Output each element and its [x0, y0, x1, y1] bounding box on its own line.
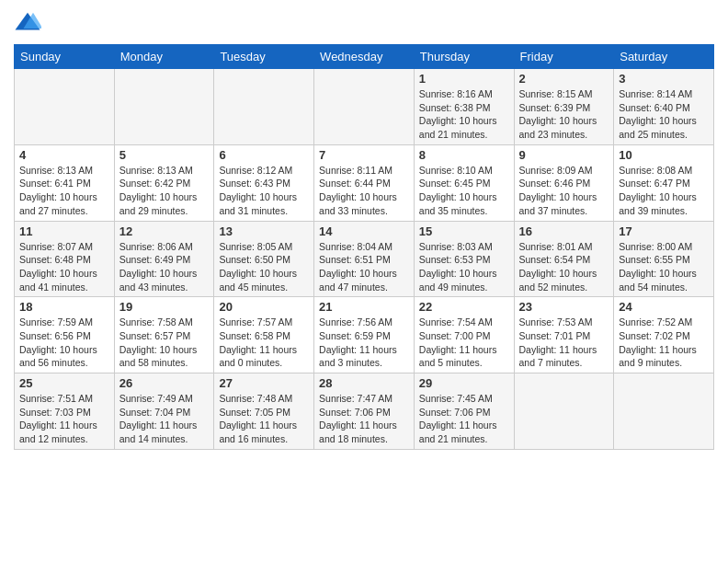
calendar-cell: [15, 69, 115, 145]
weekday-header: Wednesday: [314, 45, 415, 69]
calendar-cell: 8Sunrise: 8:10 AM Sunset: 6:45 PM Daylig…: [414, 144, 514, 221]
day-number: 27: [219, 376, 309, 390]
calendar-cell: 29Sunrise: 7:45 AM Sunset: 7:06 PM Dayli…: [414, 373, 514, 450]
calendar-cell: 9Sunrise: 8:09 AM Sunset: 6:46 PM Daylig…: [514, 144, 614, 221]
day-number: 10: [619, 148, 709, 162]
day-info: Sunrise: 8:10 AM Sunset: 6:45 PM Dayligh…: [419, 164, 509, 218]
day-number: 3: [619, 72, 709, 86]
day-info: Sunrise: 8:04 AM Sunset: 6:51 PM Dayligh…: [319, 240, 409, 294]
calendar-cell: 19Sunrise: 7:58 AM Sunset: 6:57 PM Dayli…: [114, 297, 214, 373]
calendar-cell: 25Sunrise: 7:51 AM Sunset: 7:03 PM Dayli…: [15, 373, 115, 450]
weekday-header-row: SundayMondayTuesdayWednesdayThursdayFrid…: [15, 45, 714, 69]
day-number: 28: [319, 376, 409, 390]
calendar-week-row: 11Sunrise: 8:07 AM Sunset: 6:48 PM Dayli…: [15, 221, 714, 297]
day-number: 26: [119, 376, 210, 390]
day-info: Sunrise: 8:05 AM Sunset: 6:50 PM Dayligh…: [219, 240, 309, 294]
calendar-cell: 3Sunrise: 8:14 AM Sunset: 6:40 PM Daylig…: [614, 69, 714, 145]
day-info: Sunrise: 8:06 AM Sunset: 6:49 PM Dayligh…: [119, 240, 210, 294]
calendar-cell: 1Sunrise: 8:16 AM Sunset: 6:38 PM Daylig…: [414, 69, 514, 145]
day-number: 8: [419, 148, 509, 162]
day-info: Sunrise: 7:47 AM Sunset: 7:06 PM Dayligh…: [319, 392, 409, 446]
weekday-header: Friday: [514, 45, 614, 69]
calendar-cell: 10Sunrise: 8:08 AM Sunset: 6:47 PM Dayli…: [614, 144, 714, 221]
calendar-cell: 5Sunrise: 8:13 AM Sunset: 6:42 PM Daylig…: [114, 144, 214, 221]
calendar-cell: 21Sunrise: 7:56 AM Sunset: 6:59 PM Dayli…: [314, 297, 415, 373]
day-number: 20: [219, 300, 309, 314]
calendar-week-row: 18Sunrise: 7:59 AM Sunset: 6:56 PM Dayli…: [15, 297, 714, 373]
calendar-week-row: 4Sunrise: 8:13 AM Sunset: 6:41 PM Daylig…: [15, 144, 714, 221]
day-number: 2: [519, 72, 609, 86]
day-info: Sunrise: 8:09 AM Sunset: 6:46 PM Dayligh…: [519, 164, 609, 218]
day-number: 24: [619, 300, 709, 314]
calendar-cell: 18Sunrise: 7:59 AM Sunset: 6:56 PM Dayli…: [15, 297, 115, 373]
calendar-cell: 23Sunrise: 7:53 AM Sunset: 7:01 PM Dayli…: [514, 297, 614, 373]
day-number: 29: [419, 376, 509, 390]
day-number: 16: [519, 224, 609, 238]
weekday-header: Sunday: [15, 45, 115, 69]
calendar-week-row: 1Sunrise: 8:16 AM Sunset: 6:38 PM Daylig…: [15, 69, 714, 145]
day-info: Sunrise: 7:58 AM Sunset: 6:57 PM Dayligh…: [119, 316, 210, 370]
calendar-cell: 26Sunrise: 7:49 AM Sunset: 7:04 PM Dayli…: [114, 373, 214, 450]
weekday-header: Tuesday: [214, 45, 314, 69]
calendar-cell: 13Sunrise: 8:05 AM Sunset: 6:50 PM Dayli…: [214, 221, 314, 297]
calendar-cell: 22Sunrise: 7:54 AM Sunset: 7:00 PM Dayli…: [414, 297, 514, 373]
day-number: 15: [419, 224, 509, 238]
day-info: Sunrise: 8:13 AM Sunset: 6:42 PM Dayligh…: [119, 164, 210, 218]
day-number: 6: [219, 148, 309, 162]
calendar-cell: [614, 373, 714, 450]
day-number: 9: [519, 148, 609, 162]
calendar-cell: 15Sunrise: 8:03 AM Sunset: 6:53 PM Dayli…: [414, 221, 514, 297]
calendar-cell: 28Sunrise: 7:47 AM Sunset: 7:06 PM Dayli…: [314, 373, 415, 450]
day-info: Sunrise: 8:16 AM Sunset: 6:38 PM Dayligh…: [419, 87, 509, 142]
calendar-cell: 20Sunrise: 7:57 AM Sunset: 6:58 PM Dayli…: [214, 297, 314, 373]
day-number: 14: [319, 224, 409, 238]
day-number: 25: [19, 376, 109, 390]
calendar-cell: 4Sunrise: 8:13 AM Sunset: 6:41 PM Daylig…: [15, 144, 115, 221]
day-info: Sunrise: 8:03 AM Sunset: 6:53 PM Dayligh…: [419, 240, 509, 294]
day-number: 5: [119, 148, 210, 162]
day-number: 17: [619, 224, 709, 238]
day-info: Sunrise: 7:57 AM Sunset: 6:58 PM Dayligh…: [219, 316, 309, 370]
day-number: 11: [19, 224, 109, 238]
header: [14, 9, 714, 37]
calendar-cell: [514, 373, 614, 450]
day-number: 19: [119, 300, 210, 314]
day-number: 4: [19, 148, 109, 162]
day-info: Sunrise: 7:49 AM Sunset: 7:04 PM Dayligh…: [119, 392, 210, 446]
calendar-cell: [314, 69, 415, 145]
day-info: Sunrise: 8:00 AM Sunset: 6:55 PM Dayligh…: [619, 240, 709, 294]
day-number: 1: [419, 72, 509, 86]
calendar-cell: 11Sunrise: 8:07 AM Sunset: 6:48 PM Dayli…: [15, 221, 115, 297]
day-info: Sunrise: 8:13 AM Sunset: 6:41 PM Dayligh…: [19, 164, 109, 218]
calendar-cell: 2Sunrise: 8:15 AM Sunset: 6:39 PM Daylig…: [514, 69, 614, 145]
calendar-cell: 16Sunrise: 8:01 AM Sunset: 6:54 PM Dayli…: [514, 221, 614, 297]
day-info: Sunrise: 8:11 AM Sunset: 6:44 PM Dayligh…: [319, 164, 409, 218]
logo-icon: [14, 9, 41, 37]
day-number: 18: [19, 300, 109, 314]
weekday-header: Thursday: [414, 45, 514, 69]
day-info: Sunrise: 7:56 AM Sunset: 6:59 PM Dayligh…: [319, 316, 409, 370]
page-container: SundayMondayTuesdayWednesdayThursdayFrid…: [0, 0, 728, 563]
day-info: Sunrise: 7:45 AM Sunset: 7:06 PM Dayligh…: [419, 392, 509, 446]
calendar-cell: 17Sunrise: 8:00 AM Sunset: 6:55 PM Dayli…: [614, 221, 714, 297]
day-info: Sunrise: 7:48 AM Sunset: 7:05 PM Dayligh…: [219, 392, 309, 446]
logo: [14, 9, 45, 37]
day-info: Sunrise: 7:51 AM Sunset: 7:03 PM Dayligh…: [19, 392, 109, 446]
day-info: Sunrise: 8:07 AM Sunset: 6:48 PM Dayligh…: [19, 240, 109, 294]
calendar-week-row: 25Sunrise: 7:51 AM Sunset: 7:03 PM Dayli…: [15, 373, 714, 450]
day-number: 12: [119, 224, 210, 238]
day-info: Sunrise: 7:52 AM Sunset: 7:02 PM Dayligh…: [619, 316, 709, 370]
calendar-table: SundayMondayTuesdayWednesdayThursdayFrid…: [14, 44, 714, 450]
calendar-cell: [214, 69, 314, 145]
day-info: Sunrise: 7:53 AM Sunset: 7:01 PM Dayligh…: [519, 316, 609, 370]
day-number: 7: [319, 148, 409, 162]
day-info: Sunrise: 8:08 AM Sunset: 6:47 PM Dayligh…: [619, 164, 709, 218]
calendar-cell: 12Sunrise: 8:06 AM Sunset: 6:49 PM Dayli…: [114, 221, 214, 297]
weekday-header: Saturday: [614, 45, 714, 69]
day-number: 22: [419, 300, 509, 314]
day-number: 23: [519, 300, 609, 314]
calendar-cell: 14Sunrise: 8:04 AM Sunset: 6:51 PM Dayli…: [314, 221, 415, 297]
calendar-cell: 6Sunrise: 8:12 AM Sunset: 6:43 PM Daylig…: [214, 144, 314, 221]
calendar-cell: 27Sunrise: 7:48 AM Sunset: 7:05 PM Dayli…: [214, 373, 314, 450]
calendar-cell: 24Sunrise: 7:52 AM Sunset: 7:02 PM Dayli…: [614, 297, 714, 373]
